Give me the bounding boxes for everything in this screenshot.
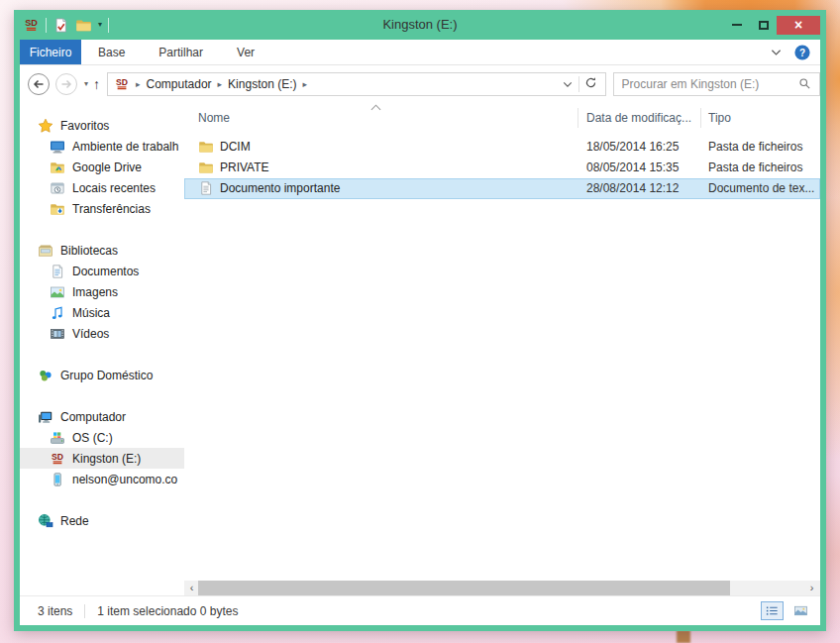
window-title: Kingston (E:) <box>14 10 826 40</box>
libraries-icon <box>38 243 53 259</box>
file-type: Documento de tex... <box>708 181 820 195</box>
column-header-data[interactable]: Data de modificaç... <box>586 111 691 125</box>
minimize-button[interactable] <box>723 16 750 35</box>
downloads-icon <box>50 201 65 217</box>
scroll-left-arrow-icon[interactable]: ‹ <box>184 581 199 595</box>
file-name: DCIM <box>220 140 251 154</box>
folder-icon <box>198 160 214 175</box>
sidebar-item-imagens[interactable]: Imagens <box>20 281 184 302</box>
sidebar-label: Imagens <box>72 285 118 299</box>
background-flower-stem <box>677 630 690 643</box>
sidebar-item-computador[interactable]: Computador <box>20 406 184 427</box>
forward-button[interactable] <box>55 73 77 95</box>
sidebar-item-musica[interactable]: Música <box>20 302 184 323</box>
window-controls: × <box>723 10 820 40</box>
refresh-icon <box>584 76 600 92</box>
breadcrumb-kingston[interactable]: Kingston (E:) <box>228 77 296 91</box>
file-date: 28/08/2014 12:12 <box>586 181 679 195</box>
sidebar-label: Kingston (E:) <box>72 452 141 466</box>
file-row-documento-importante[interactable]: Documento importante 28/08/2014 12:12 Do… <box>184 178 820 199</box>
tab-partilhar[interactable]: Partilhar <box>142 40 220 64</box>
selection-status: 1 item selecionado 0 bytes <box>97 604 238 618</box>
sidebar-label: Bibliotecas <box>60 244 118 258</box>
sd-card-icon: SD <box>50 451 65 467</box>
help-icon[interactable]: ? <box>794 45 810 60</box>
history-chevron-icon[interactable]: ▾ <box>84 79 88 88</box>
breadcrumb-arrow-icon: ▸ <box>136 79 141 89</box>
sidebar-item-documentos[interactable]: Documentos <box>20 261 184 281</box>
address-dropdown-chevron-icon[interactable] <box>557 77 578 91</box>
main-area: Favoritos Ambiente de trabalh Google Dri… <box>20 103 820 581</box>
file-date: 08/05/2014 15:35 <box>586 161 679 174</box>
sidebar-label: Ambiente de trabalh <box>72 140 178 154</box>
collapse-ribbon-chevron-icon[interactable] <box>771 49 782 56</box>
sidebar-item-favoritos[interactable]: Favoritos <box>20 115 184 136</box>
sort-ascending-icon <box>370 104 381 111</box>
scrollbar-thumb[interactable] <box>198 581 730 595</box>
navigation-pane: Favoritos Ambiente de trabalh Google Dri… <box>20 103 184 581</box>
desktop-icon <box>50 139 65 155</box>
sidebar-item-grupo-domestico[interactable]: Grupo Doméstico <box>20 365 184 385</box>
navigation-bar: ▾ ↑ SD ▸ Computador ▸ Kingston (E:) ▸ <box>20 65 820 102</box>
network-icon <box>38 513 53 529</box>
recent-places-icon <box>50 180 65 196</box>
back-arrow-icon <box>31 76 47 92</box>
homegroup-icon <box>38 368 53 383</box>
search-box <box>613 72 820 96</box>
sidebar-item-os-c[interactable]: OS (C:) <box>20 427 184 448</box>
folder-icon <box>198 139 214 155</box>
view-toggle-buttons <box>761 601 812 620</box>
sidebar-item-google-drive[interactable]: Google Drive <box>20 157 184 177</box>
sidebar-item-videos[interactable]: Vídeos <box>20 323 184 344</box>
file-row-private[interactable]: PRIVATE 08/05/2014 15:35 Pasta de fichei… <box>184 158 820 178</box>
column-header-nome[interactable]: Nome <box>198 111 230 125</box>
documents-icon <box>50 264 65 279</box>
sidebar-label: Favoritos <box>60 119 109 133</box>
column-separator[interactable] <box>578 108 578 128</box>
scroll-right-arrow-icon[interactable]: › <box>804 581 819 595</box>
computer-icon <box>38 409 53 425</box>
tab-ver[interactable]: Ver <box>220 40 271 64</box>
column-separator[interactable] <box>700 108 701 128</box>
close-button[interactable]: × <box>777 16 820 35</box>
forward-arrow-icon <box>58 76 74 92</box>
ribbon-right-buttons: ? <box>771 40 810 65</box>
explorer-window: SD ▾ Kingston (E:) × Ficheiro Base Parti… <box>14 10 826 631</box>
sidebar-item-ambiente-de-trabalho[interactable]: Ambiente de trabalh <box>20 136 184 157</box>
back-button[interactable] <box>28 73 50 95</box>
tab-base[interactable]: Base <box>81 40 142 64</box>
sidebar-item-nelson-phone[interactable]: nelson@uncomo.co <box>20 469 184 489</box>
sidebar-label: Google Drive <box>72 161 142 174</box>
column-header-tipo[interactable]: Tipo <box>708 111 731 125</box>
search-input[interactable] <box>622 77 792 91</box>
sidebar-item-transferencias[interactable]: Transferências <box>20 198 184 219</box>
refresh-button[interactable] <box>579 76 605 92</box>
sidebar-label: Vídeos <box>72 327 109 341</box>
tab-ficheiro[interactable]: Ficheiro <box>20 40 81 64</box>
file-date: 18/05/2014 16:25 <box>586 140 679 154</box>
up-button[interactable]: ↑ <box>93 76 100 92</box>
maximize-button[interactable] <box>750 16 777 35</box>
file-name: PRIVATE <box>220 161 269 174</box>
phone-icon <box>50 472 65 487</box>
sidebar-item-bibliotecas[interactable]: Bibliotecas <box>20 240 184 261</box>
sidebar-item-kingston-e[interactable]: SD Kingston (E:) <box>20 448 184 469</box>
horizontal-scrollbar[interactable]: ‹ › <box>184 581 820 595</box>
google-drive-icon <box>50 160 65 175</box>
details-view-icon <box>765 603 780 618</box>
sidebar-label: Rede <box>60 514 89 528</box>
file-row-dcim[interactable]: DCIM 18/05/2014 16:25 Pasta de ficheiros <box>184 137 820 158</box>
search-icon[interactable] <box>798 77 811 90</box>
sidebar-item-rede[interactable]: Rede <box>20 510 184 531</box>
items-count: 3 itens <box>38 604 72 618</box>
breadcrumb-computador[interactable]: Computador <box>147 77 212 91</box>
os-drive-icon <box>50 430 65 446</box>
title-bar: SD ▾ Kingston (E:) × <box>14 10 826 40</box>
thumbnails-view-button[interactable] <box>789 601 812 620</box>
sidebar-item-locais-recentes[interactable]: Locais recentes <box>20 177 184 198</box>
address-bar[interactable]: SD ▸ Computador ▸ Kingston (E:) ▸ <box>107 72 606 96</box>
details-view-button[interactable] <box>761 601 784 620</box>
sidebar-label: Computador <box>60 410 126 424</box>
breadcrumb-arrow-icon: ▸ <box>302 79 307 89</box>
sidebar-label: Música <box>72 306 110 320</box>
